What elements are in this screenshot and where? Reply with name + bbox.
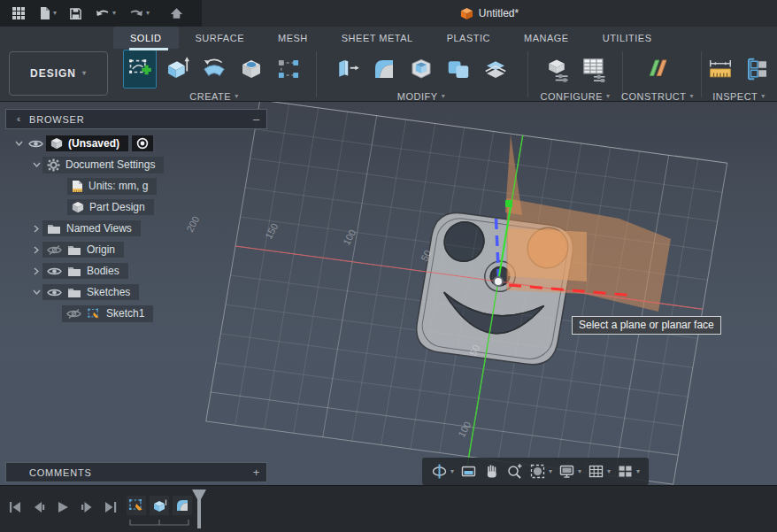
- configure-button[interactable]: [540, 50, 573, 89]
- comments-panel-header[interactable]: COMMENTS +: [5, 462, 267, 482]
- modify-group-label[interactable]: MODIFY▾: [397, 91, 445, 102]
- revolve-button[interactable]: [197, 50, 231, 89]
- pattern-button[interactable]: [272, 50, 305, 89]
- construct-group-label[interactable]: CONSTRUCT▾: [621, 91, 694, 102]
- eye-icon[interactable]: [25, 139, 46, 149]
- play-button[interactable]: [55, 499, 71, 515]
- tree-row-part-design[interactable]: Part Design: [0, 197, 267, 218]
- fit-button[interactable]: ▾: [529, 463, 552, 480]
- document-tab[interactable]: Untitled*: [202, 0, 777, 27]
- fillet-button[interactable]: [367, 50, 401, 89]
- chevron-down-icon[interactable]: [30, 162, 42, 167]
- save-button[interactable]: [65, 5, 87, 22]
- measure-button[interactable]: [704, 50, 737, 89]
- bodies-chip[interactable]: Bodies: [42, 263, 128, 279]
- tree-row-origin[interactable]: Origin: [0, 239, 267, 260]
- configure-group-label[interactable]: CONFIGURE▾: [540, 91, 610, 102]
- chevron-right-icon[interactable]: [30, 267, 42, 275]
- units-chip[interactable]: Units: mm, g: [67, 178, 157, 195]
- tree-row-sketches[interactable]: Sketches: [0, 281, 267, 303]
- create-label-text: CREATE: [189, 91, 231, 102]
- create-sketch-button[interactable]: [123, 50, 157, 89]
- tree-row-bodies[interactable]: Bodies: [0, 260, 267, 281]
- sketches-chip[interactable]: Sketches: [42, 284, 139, 300]
- shell-button[interactable]: [404, 50, 438, 89]
- grid-label-100b: 100: [456, 420, 473, 439]
- chevron-right-icon[interactable]: [30, 246, 42, 254]
- sketch-icon: [87, 307, 101, 320]
- highlighted-plane[interactable]: [505, 135, 671, 312]
- orbit-button[interactable]: ▾: [431, 463, 454, 480]
- grid-layout-button[interactable]: ▾: [588, 463, 611, 480]
- named-views-chip[interactable]: Named Views: [42, 220, 141, 236]
- configuration-table-button[interactable]: [577, 50, 611, 89]
- root-component-chip[interactable]: (Unsaved): [46, 135, 128, 151]
- 3d-viewport[interactable]: 200 150 100 50 50 100 Select a plane or …: [0, 102, 777, 485]
- split-body-button[interactable]: [479, 50, 512, 89]
- sketch1-chip[interactable]: Sketch1: [62, 305, 153, 322]
- create-group-label[interactable]: CREATE▾: [189, 91, 238, 102]
- timeline-playhead[interactable]: [189, 489, 209, 529]
- activate-radio-icon: [136, 137, 149, 150]
- tree-row-units[interactable]: Units: mm, g: [0, 175, 267, 197]
- press-pull-button[interactable]: [330, 50, 364, 89]
- origin-chip[interactable]: Origin: [42, 242, 124, 258]
- hole-button[interactable]: [235, 50, 268, 89]
- go-to-start-button[interactable]: [7, 499, 23, 515]
- design-menu-label: DESIGN: [30, 67, 76, 80]
- timeline-playback-controls: [7, 499, 119, 515]
- home-view-button[interactable]: [165, 4, 188, 22]
- activate-component-button[interactable]: [132, 135, 153, 151]
- tree-row-named-views[interactable]: Named Views: [0, 218, 267, 239]
- combine-button[interactable]: [442, 50, 475, 89]
- redo-caret: ▾: [146, 10, 150, 17]
- zoom-button[interactable]: [506, 463, 523, 480]
- tab-surface[interactable]: SURFACE: [179, 27, 261, 49]
- tab-utilities[interactable]: UTILITIES: [586, 27, 669, 49]
- tab-plastic[interactable]: PLASTIC: [430, 27, 507, 49]
- app-menu-button[interactable]: [7, 4, 30, 22]
- component-cube-icon: [50, 137, 63, 150]
- browser-panel-header[interactable]: ‹‹ BROWSER –: [5, 109, 267, 129]
- browser-minimize-button[interactable]: –: [247, 112, 266, 126]
- chevron-down-icon[interactable]: [12, 141, 25, 146]
- browser-collapse-icon[interactable]: ‹‹: [6, 114, 29, 124]
- inspect-group-label[interactable]: INSPECT▾: [712, 91, 765, 102]
- part-design-label: Part Design: [89, 201, 145, 213]
- pan-button[interactable]: [483, 463, 500, 480]
- tree-row-document-settings[interactable]: Document Settings: [0, 154, 267, 175]
- browser-title: BROWSER: [29, 114, 247, 125]
- add-comment-button[interactable]: +: [247, 466, 266, 479]
- look-at-button[interactable]: [460, 463, 477, 480]
- offset-plane-button[interactable]: [641, 50, 674, 89]
- step-back-button[interactable]: [31, 499, 47, 515]
- display-settings-button[interactable]: ▾: [558, 463, 581, 480]
- viewports-button[interactable]: ▾: [617, 463, 640, 480]
- construct-caret: ▾: [690, 93, 695, 100]
- tab-solid[interactable]: SOLID: [113, 27, 179, 49]
- tab-manage[interactable]: MANAGE: [507, 27, 586, 49]
- undo-button[interactable]: ▾: [90, 5, 120, 21]
- design-workspace-menu[interactable]: DESIGN ▾: [9, 51, 108, 96]
- y-axis-handle[interactable]: [505, 200, 512, 207]
- chevron-right-icon[interactable]: [30, 225, 42, 233]
- timeline-extrude-feature[interactable]: [150, 496, 169, 515]
- timeline-features: [127, 496, 192, 515]
- timeline-sketch1-feature[interactable]: [127, 496, 146, 515]
- part-design-chip[interactable]: Part Design: [67, 199, 154, 215]
- tab-sheet-metal[interactable]: SHEET METAL: [325, 27, 430, 49]
- go-to-end-button[interactable]: [103, 499, 119, 515]
- file-icon: [38, 6, 51, 20]
- redo-button[interactable]: ▾: [124, 5, 154, 21]
- extrude-button[interactable]: [160, 50, 194, 89]
- section-analysis-button[interactable]: [741, 50, 774, 89]
- document-settings-chip[interactable]: Document Settings: [42, 157, 164, 173]
- chevron-down-icon[interactable]: [30, 289, 42, 295]
- tab-mesh[interactable]: MESH: [261, 27, 325, 49]
- ribbon-divider: [316, 51, 317, 97]
- file-menu-button[interactable]: ▾: [34, 4, 61, 22]
- step-forward-button[interactable]: [79, 499, 95, 515]
- origin-point[interactable]: [494, 277, 503, 286]
- tree-row-sketch1[interactable]: Sketch1: [0, 303, 267, 324]
- tree-row-unsaved[interactable]: (Unsaved): [0, 133, 267, 154]
